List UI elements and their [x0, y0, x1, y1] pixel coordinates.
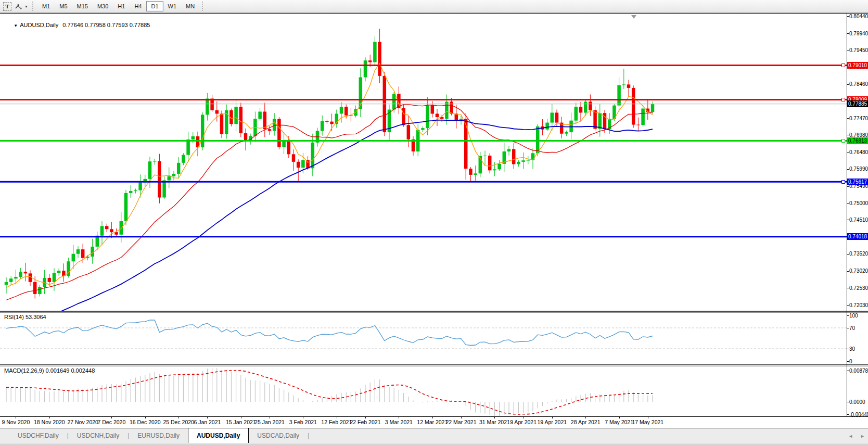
date-axis[interactable]: 9 Nov 202018 Nov 202027 Nov 20207 Dec 20… — [0, 416, 868, 428]
timeframe-button-w1[interactable]: W1 — [163, 1, 182, 11]
rsi-line — [6, 320, 653, 346]
date-axis-label: 9 Apr 2021 — [510, 419, 537, 425]
tab-scroll-left-icon[interactable]: ◄ — [848, 434, 853, 439]
macd-axis-tick — [847, 414, 849, 415]
date-axis-tick — [83, 417, 83, 418]
arrows-icon — [15, 2, 23, 11]
level-drag-handle[interactable] — [841, 139, 845, 143]
macd-bar — [159, 374, 160, 402]
candle — [321, 121, 324, 131]
level-drag-handle[interactable] — [841, 63, 845, 67]
price-axis-tick — [847, 16, 849, 17]
macd-bar — [494, 402, 495, 416]
price-axis-label: 0.79940 — [849, 31, 868, 36]
candle — [38, 287, 42, 294]
pane-separator-main-rsi[interactable] — [0, 311, 868, 313]
price-axis-tick — [847, 50, 849, 50]
rsi-axis-label: 70 — [849, 325, 855, 331]
macd-bar — [116, 385, 117, 402]
chart-shift-marker[interactable] — [631, 15, 636, 19]
macd-bar — [216, 368, 217, 402]
price-axis-label: 0.73520 — [849, 251, 868, 257]
tab-scroll-right-icon[interactable]: ► — [860, 434, 865, 439]
candle — [636, 125, 640, 125]
macd-bar — [63, 391, 64, 402]
timeframe-button-m5[interactable]: M5 — [55, 1, 72, 11]
macd-bar — [274, 385, 275, 402]
timeframe-button-mn[interactable]: MN — [181, 1, 199, 11]
price-axis-tick — [847, 169, 849, 170]
text-tool-button[interactable]: T — [2, 1, 13, 11]
timeframe-button-h4[interactable]: H4 — [130, 1, 146, 11]
price-axis-tick — [847, 118, 849, 119]
candle — [368, 60, 372, 62]
macd-bar — [528, 402, 528, 412]
macd-bar — [288, 392, 289, 402]
candle — [76, 249, 80, 254]
macd-bar — [609, 396, 610, 402]
pane-separator-rsi-macd[interactable] — [0, 364, 868, 366]
tab-usdchf[interactable]: USDCHF,Daily — [9, 428, 67, 443]
rsi-axis-tick — [847, 361, 849, 362]
tab-usdcnh[interactable]: USDCNH,Daily — [69, 428, 127, 443]
timeframe-button-d1[interactable]: D1 — [146, 1, 163, 11]
candle — [277, 119, 281, 147]
candle — [57, 271, 61, 273]
price-axis-label: 0.76480 — [849, 149, 868, 155]
candle — [579, 107, 583, 112]
price-axis-tick — [847, 220, 849, 220]
macd-bar — [264, 383, 265, 402]
macd-bar — [355, 391, 356, 402]
date-axis-label: 31 Mar 2021 — [479, 419, 510, 425]
candle — [483, 156, 487, 156]
date-axis-label: 25 Dec 2020 — [163, 419, 194, 425]
tab-eurusd[interactable]: EURUSD,Daily — [129, 428, 188, 443]
macd-bar — [145, 375, 145, 402]
tab-usdcad[interactable]: USDCAD,Daily — [249, 428, 308, 443]
price-axis-line — [847, 14, 847, 416]
arrows-tool-button[interactable]: ▼ — [13, 1, 30, 11]
candle — [201, 115, 205, 147]
status-strip — [0, 443, 868, 445]
candle — [565, 132, 568, 134]
macd-bar — [542, 402, 543, 406]
macd-bar — [532, 402, 533, 411]
macd-bar — [547, 402, 547, 403]
date-axis-label: 22 Mar 2021 — [446, 419, 477, 425]
level-drag-handle[interactable] — [841, 180, 845, 184]
macd-bar — [25, 387, 25, 402]
timeframe-button-m30[interactable]: M30 — [93, 1, 113, 11]
macd-bar — [173, 376, 174, 402]
macd-bar — [552, 401, 552, 402]
level-price-badge: 0.76813 — [847, 137, 868, 144]
candle — [617, 85, 621, 106]
price-axis-label: 0.72530 — [849, 285, 868, 291]
macd-bar — [308, 402, 308, 402]
timeframe-button-m15[interactable]: M15 — [72, 1, 93, 11]
macd-bar — [250, 380, 251, 402]
date-axis-tick — [241, 417, 241, 418]
date-axis-label: 22 Feb 2021 — [350, 419, 381, 425]
price-axis-tick — [847, 152, 849, 152]
ohlc-values: 0.77646 0.77958 0.77593 0.77885 — [62, 22, 150, 28]
macd-bar — [197, 373, 198, 402]
level-price-badge: 0.75617 — [847, 179, 868, 185]
macd-bar — [183, 375, 184, 402]
tab-audusd[interactable]: AUDUSD,Daily — [188, 428, 249, 443]
date-axis-label: 3 Feb 2021 — [289, 419, 317, 425]
date-axis-tick — [303, 417, 303, 418]
candle — [584, 101, 588, 112]
timeframe-button-m1[interactable]: M1 — [37, 1, 55, 11]
macd-bar — [140, 376, 141, 402]
macd-bar — [322, 398, 323, 402]
mt4-window: T ▼ M1M5M15M30H1H4D1W1MN ▼AUDUSD,Daily0.… — [0, 0, 868, 445]
candle — [268, 129, 272, 131]
macd-bar — [30, 388, 30, 402]
date-axis-label: 9 Nov 2020 — [2, 419, 30, 425]
candle — [517, 162, 520, 164]
timeframe-button-h1[interactable]: H1 — [113, 1, 130, 11]
candle — [124, 193, 128, 221]
level-drag-handle[interactable] — [841, 98, 845, 101]
current-price-badge: 0.77885 — [847, 100, 868, 107]
chevron-down-icon[interactable]: ▼ — [14, 23, 18, 28]
